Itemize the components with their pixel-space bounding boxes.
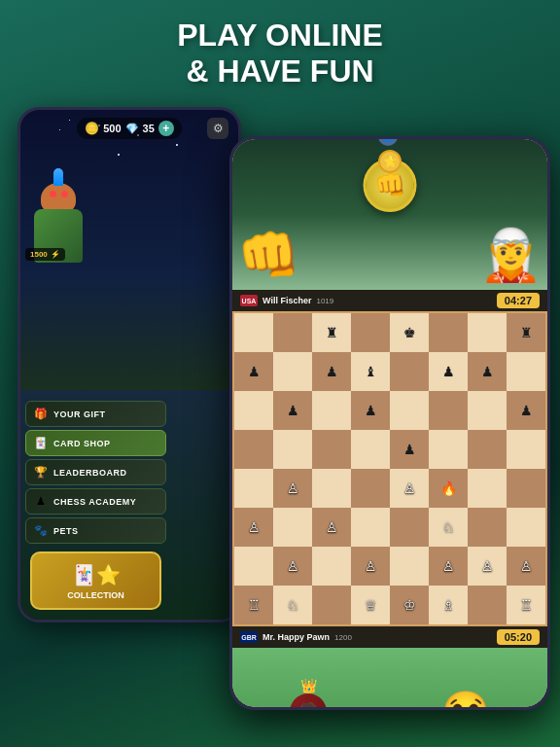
chess-cell[interactable]: ♙ <box>273 469 312 508</box>
collection-label: COLLECTION <box>67 590 124 600</box>
chess-cell[interactable] <box>234 313 273 352</box>
chess-cell[interactable]: ♔ <box>390 586 429 624</box>
chess-cell[interactable]: ♚ <box>390 313 429 352</box>
chess-cell[interactable] <box>507 430 545 469</box>
chess-cell[interactable]: ♙ <box>507 547 545 586</box>
headline: PLAY ONLINE & HAVE FUN <box>0 18 560 89</box>
chess-cell[interactable] <box>234 469 273 508</box>
chess-cell[interactable]: ♜ <box>507 313 545 352</box>
chess-cell[interactable]: ♟ <box>468 352 507 391</box>
chess-cell[interactable]: ♝ <box>351 352 390 391</box>
chess-cell[interactable] <box>351 313 390 352</box>
gift-icon: 🎁 <box>34 408 48 420</box>
chess-cell[interactable] <box>390 352 429 391</box>
chess-cell[interactable] <box>429 313 468 352</box>
player1-bar: USA Will Fischer 1019 04:27 <box>232 290 547 311</box>
chess-cell[interactable] <box>312 547 351 586</box>
pets-icon: 🐾 <box>34 524 48 537</box>
chess-cell[interactable] <box>468 391 507 430</box>
chess-cell[interactable] <box>312 586 351 624</box>
char-eye-right <box>61 191 68 197</box>
chess-cell[interactable] <box>468 469 507 508</box>
chess-cell[interactable] <box>234 391 273 430</box>
menu-item-gift[interactable]: 🎁 YOUR GIFT <box>25 401 166 427</box>
chess-cell[interactable]: ♗ <box>429 586 468 624</box>
coin-count: 500 <box>103 123 121 134</box>
chess-cell[interactable]: ♟ <box>312 352 351 391</box>
menu-item-chess-academy[interactable]: ♟ CHESS ACADEMY <box>25 488 166 515</box>
gem-count: 35 <box>143 123 155 134</box>
chess-cell[interactable]: ♟ <box>351 391 390 430</box>
chess-cell[interactable]: ♜ <box>312 313 351 352</box>
chess-cell[interactable] <box>429 430 468 469</box>
fighter-right: 🧝 <box>479 202 542 285</box>
chess-cell[interactable]: ♖ <box>234 586 273 624</box>
menu-item-card-shop[interactable]: 🃏 CARD SHOP <box>25 430 166 456</box>
chess-cell[interactable] <box>273 352 312 391</box>
chess-cell[interactable] <box>390 508 429 547</box>
player2-timer: 05:20 <box>497 629 540 645</box>
chess-cell[interactable] <box>273 508 312 547</box>
chess-cell[interactable]: ♙ <box>273 547 312 586</box>
chess-cell[interactable] <box>273 430 312 469</box>
chess-cell[interactable] <box>312 430 351 469</box>
collection-icon: 🃏⭐ <box>72 563 121 587</box>
chess-cell[interactable]: ♟ <box>234 352 273 391</box>
chess-cell[interactable]: ♙ <box>429 547 468 586</box>
chess-cell[interactable]: ♟ <box>390 430 429 469</box>
chess-cell[interactable] <box>234 430 273 469</box>
card-shop-label: CARD SHOP <box>53 439 111 448</box>
person-indicator: 👤 <box>378 139 398 146</box>
crown-icon: 👑 <box>300 678 317 694</box>
chess-cell[interactable]: ♟ <box>429 352 468 391</box>
chess-cell[interactable]: ♙ <box>351 547 390 586</box>
chess-cell[interactable] <box>312 391 351 430</box>
chess-cell[interactable]: ♙ <box>234 508 273 547</box>
char-mohawk <box>53 168 63 186</box>
emoji-character: 😂 <box>441 692 490 707</box>
chess-cell[interactable]: ♘ <box>429 508 468 547</box>
add-currency-button[interactable]: + <box>158 121 174 136</box>
chess-cell[interactable] <box>234 547 273 586</box>
player1-info: USA Will Fischer 1019 <box>240 295 333 306</box>
collection-button[interactable]: 🃏⭐ COLLECTION <box>30 551 161 610</box>
chess-cell[interactable] <box>351 508 390 547</box>
chess-cell[interactable]: ♖ <box>507 586 545 624</box>
chess-cell[interactable] <box>507 352 545 391</box>
player1-flag: USA <box>240 295 258 306</box>
chess-cell[interactable] <box>390 391 429 430</box>
player1-name: Will Fischer <box>262 296 311 305</box>
chess-academy-icon: ♟ <box>34 495 48 508</box>
player-character: 1500 ⚡ <box>25 183 91 261</box>
chess-cell[interactable] <box>507 508 545 547</box>
settings-button[interactable]: ⚙ <box>207 118 228 139</box>
leaderboard-label: LEADERBOARD <box>53 468 127 478</box>
menu-item-pets[interactable]: 🐾 PETS <box>25 517 166 544</box>
chess-cell[interactable]: ♟ <box>507 391 545 430</box>
gem-icon: 💎 <box>125 123 139 135</box>
chess-cell[interactable] <box>468 430 507 469</box>
chess-cell[interactable]: ♙ <box>312 508 351 547</box>
chess-cell[interactable] <box>351 430 390 469</box>
chess-cell[interactable] <box>351 469 390 508</box>
chess-cell[interactable] <box>273 313 312 352</box>
chess-cell[interactable] <box>390 547 429 586</box>
chess-cell[interactable]: 🔥 <box>429 469 468 508</box>
chess-cell[interactable] <box>468 313 507 352</box>
sidebar-menu: 🎁 YOUR GIFT 🃏 CARD SHOP 🏆 LEADERBOARD ♟ … <box>20 396 171 620</box>
chess-cell[interactable]: ♘ <box>273 586 312 624</box>
chess-cell[interactable] <box>507 469 545 508</box>
chess-cell[interactable]: ♟ <box>273 391 312 430</box>
menu-item-leaderboard[interactable]: 🏆 LEADERBOARD <box>25 459 166 485</box>
fighter-left: 👊 <box>237 212 296 285</box>
chess-cell[interactable] <box>429 391 468 430</box>
chess-cell[interactable] <box>468 508 507 547</box>
chess-cell[interactable]: ♕ <box>351 586 390 624</box>
chess-cell[interactable] <box>312 469 351 508</box>
chess-cell[interactable]: ♙ <box>468 547 507 586</box>
player1-rating: 1019 <box>316 297 333 305</box>
front-tablet: 👊 👊 🧝 👤 ⭐ USA Will Fischer 1019 04:27 ♜♚… <box>229 136 550 710</box>
chess-cell[interactable]: ♙ <box>390 469 429 508</box>
hp-icon: ⚡ <box>51 250 60 259</box>
chess-cell[interactable] <box>468 586 507 624</box>
